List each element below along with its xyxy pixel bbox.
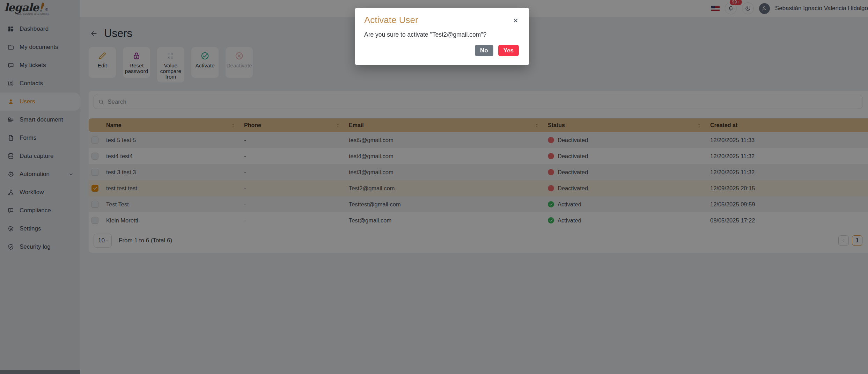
yes-button[interactable]: Yes: [498, 45, 519, 56]
modal-footer: NoYes: [364, 45, 519, 56]
modal-message: Are you sure to activate "Test2@gmail.co…: [364, 31, 519, 38]
modal-title: Activate User: [364, 15, 519, 25]
activate-user-modal: Activate User × Are you sure to activate…: [355, 8, 529, 65]
no-button[interactable]: No: [475, 45, 493, 56]
modal-close-button[interactable]: ×: [510, 15, 521, 26]
